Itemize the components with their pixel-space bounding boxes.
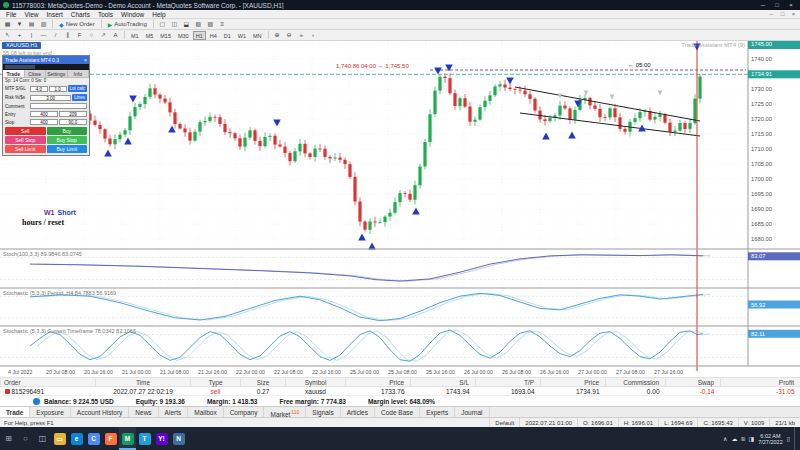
menu-window[interactable]: Window — [117, 11, 148, 18]
firefox-icon[interactable]: F — [102, 427, 119, 450]
timeframe-h1[interactable]: H1 — [193, 31, 206, 40]
strategy-tester-icon[interactable]: ▨ — [205, 20, 216, 29]
tile-windows-icon[interactable]: ◫ — [169, 20, 180, 29]
column-tp[interactable]: T/P — [476, 378, 541, 387]
menu-charts[interactable]: Charts — [67, 11, 94, 18]
minimize-button[interactable]: ─ — [757, 2, 769, 8]
column-price[interactable]: Price — [541, 378, 606, 387]
comment-field[interactable] — [30, 103, 87, 109]
yahoo-icon[interactable]: Y! — [153, 427, 170, 450]
tray-icon-2[interactable]: ◨ — [749, 435, 755, 442]
cascade-windows-icon[interactable]: ⬓ — [181, 20, 192, 29]
stop-field-2[interactable]: 90.0 — [59, 119, 87, 125]
navigator-panel-icon[interactable]: ▥ — [38, 20, 49, 29]
taskbar-clock[interactable]: 6:02 AM 7/27/2022 — [758, 433, 782, 445]
trendline-icon[interactable]: / — [50, 31, 61, 40]
crosshair-icon[interactable]: + — [14, 31, 25, 40]
scrollbar-thumb[interactable] — [5, 65, 35, 69]
timeframe-m5[interactable]: M5 — [143, 31, 157, 40]
lines-button[interactable]: Lines — [72, 94, 87, 101]
shapes-icon[interactable]: ○ — [86, 31, 97, 40]
telegram-icon[interactable]: T — [136, 427, 153, 450]
tab-close[interactable]: Close — [25, 70, 47, 77]
show-desktop-button[interactable] — [794, 427, 797, 450]
column-profit[interactable]: Profit — [721, 378, 800, 387]
file-explorer-icon[interactable]: ▭ — [51, 427, 68, 450]
edge-icon[interactable]: e — [68, 427, 85, 450]
tab-settings[interactable]: Settings — [46, 70, 68, 77]
tab-trade[interactable]: Trade — [3, 70, 25, 77]
search-icon[interactable]: ○ — [17, 427, 34, 450]
tray-icon-0[interactable]: ☁ — [732, 435, 738, 442]
sell-stop-button[interactable]: Sell Stop — [5, 136, 46, 144]
trade-assistant-titlebar[interactable]: Trade Assistant MT4 0.3 × — [3, 56, 89, 64]
timeframe-mn[interactable]: MN — [250, 31, 265, 40]
task-view-icon[interactable]: ◫ — [34, 427, 51, 450]
column-order[interactable]: Order — [1, 378, 96, 387]
menu-help[interactable]: Help — [148, 11, 169, 18]
panel-scrollbar[interactable] — [3, 64, 89, 70]
price-chart-canvas[interactable]: 1745.001740.001735.001730.001725.001720.… — [0, 41, 800, 377]
timeframe-w1[interactable]: W1 — [235, 31, 249, 40]
column-commission[interactable]: Commission — [606, 378, 666, 387]
metatrader-icon[interactable]: M — [119, 427, 136, 450]
column-size[interactable]: Size — [241, 378, 286, 387]
buy-stop-button[interactable]: Buy Stop — [47, 136, 88, 144]
table-row[interactable]: 8152964912022.07.27 22:02:19sell0.27xauu… — [1, 387, 800, 396]
entry-field-2[interactable]: 209 — [59, 111, 87, 117]
vertical-line-icon[interactable]: | — [26, 31, 37, 40]
arrows-tool-icon[interactable]: ↗ — [98, 31, 109, 40]
timeframe-m30[interactable]: M30 — [175, 31, 192, 40]
buy-limit-button[interactable]: Buy Limit — [47, 145, 88, 153]
tab-info[interactable]: Info — [68, 70, 90, 77]
channel-icon[interactable]: ∥ — [62, 31, 73, 40]
profile-name[interactable]: Default — [489, 418, 519, 427]
toolbox-panel-icon[interactable]: ▤ — [26, 20, 37, 29]
column-sl[interactable]: S/L — [411, 378, 476, 387]
menu-tools[interactable]: Tools — [94, 11, 117, 18]
notepad-icon[interactable]: N — [170, 427, 187, 450]
new-order-button[interactable]: ◆ New Order — [56, 21, 98, 28]
text-label-icon[interactable]: A — [110, 31, 121, 40]
menu-file[interactable]: File — [2, 11, 20, 18]
mtf-field-1[interactable]: 4.0 — [30, 86, 48, 92]
close-icon[interactable]: × — [84, 57, 87, 63]
auto-scroll-icon[interactable]: » — [296, 31, 307, 40]
menu-view[interactable]: View — [20, 11, 42, 18]
fullscreen-icon[interactable]: ▢ — [157, 20, 168, 29]
risk-field[interactable]: 3.00 — [30, 95, 71, 101]
timeframe-m15[interactable]: M15 — [157, 31, 174, 40]
chart-minimize-button[interactable]: – — [767, 11, 776, 17]
stop-field-1[interactable]: 400 — [30, 119, 58, 125]
entry-field-1[interactable]: 400 — [30, 111, 58, 117]
mtf-field-2[interactable]: 1.0 — [49, 86, 67, 92]
zoom-out-icon[interactable]: ⊖ — [284, 31, 295, 40]
close-button[interactable]: × — [785, 2, 797, 8]
start-button[interactable]: ⊞ — [0, 427, 17, 450]
column-time[interactable]: Time — [96, 378, 191, 387]
column-type[interactable]: Type — [191, 378, 241, 387]
column-swap[interactable]: Swap — [666, 378, 721, 387]
timeframe-m1[interactable]: M1 — [128, 31, 142, 40]
new-chart-icon[interactable]: ▦ — [2, 20, 13, 29]
horizontal-line-icon[interactable]: — — [38, 31, 49, 40]
sell-limit-button[interactable]: Sell Limit — [5, 145, 46, 153]
fibonacci-icon[interactable]: F — [74, 31, 85, 40]
trade-assistant-panel[interactable]: Trade Assistant MT4 0.3 × Trade Close Se… — [2, 55, 90, 156]
buy-button[interactable]: Buy — [47, 127, 88, 135]
timeframe-h4[interactable]: H4 — [207, 31, 220, 40]
maximize-button[interactable]: □ — [771, 2, 783, 8]
profiles-icon[interactable]: ▼ — [14, 20, 25, 29]
tray-icon-1[interactable]: ≋ — [741, 435, 746, 442]
autotrading-button[interactable]: ▶ AutoTrading — [105, 21, 150, 28]
chrome-icon[interactable]: C — [85, 427, 102, 450]
notification-center-icon[interactable]: ▯ — [787, 435, 790, 442]
chart-close-button[interactable]: × — [789, 11, 798, 17]
column-price[interactable]: Price — [346, 378, 411, 387]
cursor-icon[interactable]: ↖ — [2, 31, 13, 40]
timeframe-d1[interactable]: D1 — [221, 31, 234, 40]
chart-restore-button[interactable]: □ — [778, 11, 787, 17]
zoom-in-icon[interactable]: ⊕ — [272, 31, 283, 40]
menu-insert[interactable]: Insert — [42, 11, 66, 18]
column-symbol[interactable]: Symbol — [286, 378, 346, 387]
